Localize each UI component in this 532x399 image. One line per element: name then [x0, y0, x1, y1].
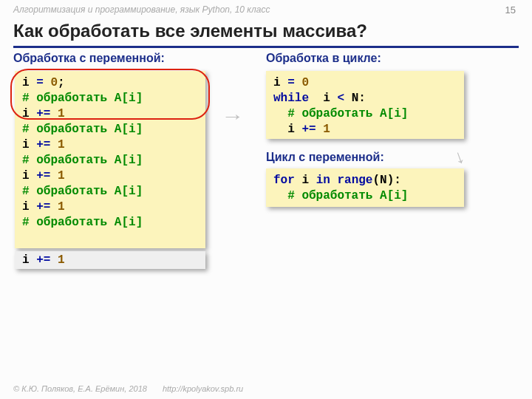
arrow-down-icon: → [446, 145, 474, 171]
footer-url: http://kpolyakov.spb.ru [163, 384, 243, 393]
footer: © К.Ю. Поляков, Е.А. Ерёмин, 2018 http:/… [13, 384, 256, 393]
page-title: Как обработать все элементы массива? [13, 21, 367, 41]
code-block-while: i = 0 while i < N: # обработать A[i] i +… [266, 71, 464, 139]
subtitle-left: Обработка с переменной: [13, 52, 165, 65]
arrow-right-icon: → [221, 105, 244, 128]
page-number: 15 [505, 4, 516, 16]
subtitle-right-2: Цикл с переменной: [266, 151, 384, 164]
code-block-variable: i = 0; # обработать A[i] i += 1 # обрабо… [15, 71, 205, 248]
code-block-for: for i in range(N): # обработать A[i] [266, 168, 464, 207]
code-block-variable-extra: i += 1 [15, 251, 205, 269]
title-underline [13, 46, 519, 48]
breadcrumb: Алгоритмизация и программирование, язык … [13, 4, 270, 15]
subtitle-right-1: Обработка в цикле: [266, 52, 381, 65]
footer-copyright: © К.Ю. Поляков, Е.А. Ерёмин, 2018 [13, 384, 147, 393]
